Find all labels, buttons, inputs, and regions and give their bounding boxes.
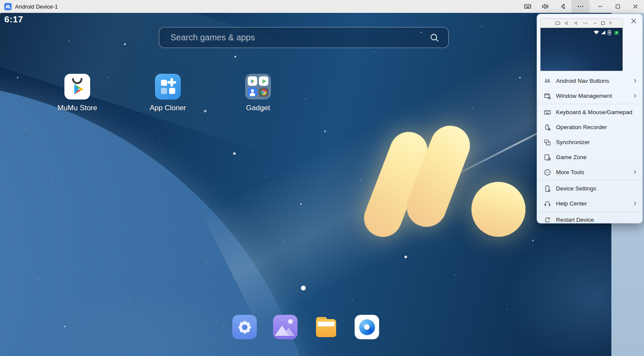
preview-titlebar — [541, 19, 623, 28]
mouse-record-icon — [544, 124, 551, 131]
menu-item-game-zone[interactable]: Game Zone — [537, 150, 642, 165]
android-icon — [544, 77, 551, 85]
app-mumu-store[interactable]: MuMu Store — [47, 74, 107, 112]
app-gadget-folder[interactable]: Gadget — [228, 74, 288, 112]
dock — [0, 315, 611, 339]
more-menu-icon — [577, 3, 584, 10]
page-indicator-dot — [301, 286, 306, 290]
titlebar-divider — [590, 3, 590, 10]
app-cloner-icon — [155, 74, 181, 100]
preview-screen — [541, 28, 623, 71]
chevron-right-icon — [633, 170, 637, 175]
status-time: 6:17 — [4, 14, 23, 24]
chevron-right-icon — [633, 201, 637, 206]
close-icon — [632, 3, 639, 10]
menu-item-synchronizer[interactable]: Synchronizer — [537, 135, 642, 150]
menu-item-keyboard-mouse-gamepad[interactable]: Keyboard & Mouse/Gamepad — [537, 105, 642, 120]
gadget-folder-icon — [245, 74, 271, 100]
panel-menu: Android Nav Buttons Window Management Ke… — [537, 73, 642, 227]
dock-browser-button[interactable] — [355, 315, 379, 339]
sync-screens-icon — [544, 139, 551, 146]
android-back-toolbar-button[interactable] — [554, 0, 571, 13]
headset-icon — [544, 200, 551, 208]
android-back-icon — [559, 3, 567, 10]
menu-divider — [537, 104, 642, 104]
app-app-cloner[interactable]: App Cloner — [138, 74, 198, 112]
play-store-icon — [248, 76, 257, 86]
window-titlebar: Android Device-1 — [0, 0, 644, 13]
dock-photos-button[interactable] — [273, 315, 298, 339]
contacts-icon — [248, 87, 257, 97]
mumu-logo-icon — [4, 3, 12, 10]
mumu-store-icon — [64, 74, 90, 100]
app-label: App Cloner — [138, 104, 198, 112]
dock-files-button[interactable] — [314, 315, 338, 339]
menu-item-window-management[interactable]: Window Management — [537, 88, 642, 103]
close-window-button[interactable] — [626, 0, 644, 13]
maximize-icon — [614, 3, 621, 10]
preview-titlebar-icons — [550, 21, 614, 26]
more-tools-panel: Android Nav Buttons Window Management Ke… — [537, 14, 643, 223]
keyboard-icon — [544, 109, 551, 116]
keyboard-toolbar-button[interactable] — [519, 0, 536, 13]
search-input[interactable] — [159, 33, 429, 42]
wifi-signal-battery-icons — [593, 30, 620, 35]
maximize-button[interactable] — [609, 0, 626, 13]
volume-toolbar-button[interactable] — [536, 0, 554, 13]
game-zone-icon — [544, 154, 551, 161]
globe-icon — [359, 319, 375, 335]
search-bar[interactable] — [159, 27, 449, 48]
menu-item-operation-recorder[interactable]: Operation Recorder — [537, 120, 642, 135]
dock-settings-button[interactable] — [232, 315, 257, 339]
android-home-screen: 6:17 MuMu Store App — [0, 13, 611, 356]
wallpaper-stars — [0, 13, 1, 14]
window-gear-icon — [544, 92, 551, 100]
minimize-icon — [597, 3, 604, 10]
menu-item-android-nav-buttons[interactable]: Android Nav Buttons — [537, 73, 642, 88]
menu-item-more-tools[interactable]: More Tools — [537, 165, 642, 180]
menu-divider — [537, 180, 642, 181]
device-preview-thumbnail[interactable] — [540, 18, 623, 71]
volume-icon — [541, 3, 549, 10]
keyboard-icon — [524, 3, 532, 10]
menu-item-restart-device[interactable]: Restart Device — [537, 212, 642, 227]
menu-divider — [537, 211, 642, 212]
app-label: MuMu Store — [47, 104, 107, 112]
preview-status-icons — [593, 30, 620, 35]
wifi-icon — [594, 30, 599, 34]
close-icon — [631, 18, 637, 24]
restart-icon — [544, 216, 551, 224]
app-label: Gadget — [228, 104, 288, 112]
window-title: Android Device-1 — [15, 3, 58, 10]
menu-item-device-settings[interactable]: Device Settings — [537, 181, 642, 196]
signal-icon — [601, 31, 605, 35]
more-menu-toolbar-button[interactable] — [571, 0, 589, 13]
wallpaper-mumu-logo-dot — [471, 182, 526, 237]
chevron-right-icon — [633, 94, 637, 98]
minimize-button[interactable] — [591, 0, 609, 13]
phone-gear-icon — [544, 185, 551, 193]
panel-close-button[interactable] — [629, 16, 638, 26]
chrome-icon — [259, 87, 268, 97]
play-games-icon — [259, 76, 268, 86]
chevron-right-icon — [633, 78, 637, 83]
more-circle-icon — [544, 169, 551, 176]
search-icon — [429, 33, 440, 43]
menu-item-help-center[interactable]: Help Center — [537, 196, 642, 211]
